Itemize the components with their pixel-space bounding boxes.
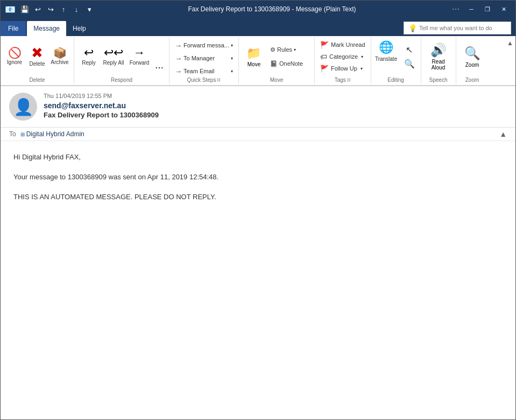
undo-button[interactable]: ↩ [32,3,44,15]
delete-label: Delete [30,61,45,67]
archive-button[interactable]: 📦 Archive [49,39,70,74]
mark-unread-button[interactable]: 🚩 Mark Unread [318,39,367,50]
forward-message-icon: → [175,41,182,50]
move-group-label: Move [270,77,283,83]
down-button[interactable]: ↓ [70,3,82,15]
ribbon-collapse-button[interactable]: ▲ [507,37,515,84]
to-recipient[interactable]: ⊞ Digital Hybrid Admin [20,130,84,138]
delete-button[interactable]: ✖ Delete [26,39,48,74]
save-button[interactable]: 💾 [19,3,31,15]
translate-label-row: Translate [374,55,398,62]
email-from[interactable]: send@faxserver.net.au [44,101,507,110]
to-row: To ⊞ Digital Hybrid Admin [9,130,84,138]
move-icon: 📁 [246,46,261,60]
tags-group-label: Tags [335,77,346,83]
minimize-button[interactable]: ─ [464,2,479,17]
rules-dropdown[interactable]: ▾ [294,47,296,52]
body-message: Your message to 1300368909 was sent on A… [13,172,503,183]
restore-button[interactable]: ❐ [480,2,495,17]
translate-button[interactable]: 🌐 Translate [374,39,398,62]
reply-button[interactable]: ↩ Reply [77,39,100,74]
respond-more-button[interactable]: ⋯ [153,61,166,74]
to-manager-button[interactable]: → To Manager ▾ [173,52,235,64]
reply-all-icon: ↩↩ [104,47,123,59]
reply-icon: ↩ [84,47,94,59]
more-button[interactable]: ▾ [83,3,95,15]
quick-access-toolbar: 💾 ↩ ↪ ↑ ↓ ▾ [19,3,95,15]
tab-message[interactable]: Message [27,21,66,36]
ignore-button[interactable]: 🚫 Ignore [4,39,25,74]
up-button[interactable]: ↑ [58,3,69,15]
follow-up-button[interactable]: 🚩 Follow Up ▾ [318,63,365,74]
follow-up-dropdown[interactable]: ▾ [361,66,363,71]
redo-button[interactable]: ↪ [45,3,56,15]
tags-inner: 🚩 Mark Unread 🏷 Categorize ▾ 🚩 Follow Up… [318,39,367,77]
read-aloud-label: Read Aloud [426,59,451,71]
title-bar: 📧 💾 ↩ ↪ ↑ ↓ ▾ Fax Delivery Report to 130… [1,1,515,18]
rules-button[interactable]: ⚙ Rules ▾ [268,44,311,55]
reply-all-button[interactable]: ↩↩ Reply All [101,39,126,74]
team-email-button[interactable]: → Team Email ▾ [173,65,235,77]
move-button[interactable]: 📁 Move [242,39,266,74]
ribbon-body: 🚫 Ignore ✖ Delete 📦 Archive Delete [1,36,515,86]
expand-group-icon[interactable]: ⊞ [20,131,25,137]
follow-up-label: Follow Up [331,65,357,72]
ignore-label: Ignore [7,59,22,66]
lightbulb-icon: 💡 [408,24,417,32]
team-email-icon: → [175,67,182,75]
ribbon-group-tags: 🚩 Mark Unread 🏷 Categorize ▾ 🚩 Follow Up… [315,37,371,84]
tab-help[interactable]: Help [66,21,93,36]
categorize-dropdown[interactable]: ▾ [361,54,363,59]
translate-label: Translate [375,56,397,62]
forward-message-button[interactable]: → Forward messa... ▾ [173,39,235,51]
delete-group-label: Delete [30,77,45,83]
window-buttons: ─ ❐ ✕ [464,2,511,17]
cursor-button[interactable]: ↖ [401,44,418,55]
ribbon-collapse-icon[interactable]: ⋯ [449,3,463,16]
quick-steps-label-row: Quick Steps ⊡ [187,77,221,83]
categorize-button[interactable]: 🏷 Categorize ▾ [318,51,365,62]
to-collapse-button[interactable]: ▲ [499,130,507,138]
respond-group-label: Respond [111,77,132,83]
tell-me-input[interactable]: 💡 Tell me what you want to do [404,22,511,34]
tags-expand[interactable]: ⊡ [347,78,351,82]
cursor-icon: ↖ [406,45,413,55]
zoom-icon: 🔍 [464,46,480,61]
move-label: Move [248,61,260,67]
mark-unread-label: Mark Unread [331,41,365,48]
team-email-dropdown[interactable]: ▾ [231,69,233,74]
ribbon-group-editing: 🌐 Translate ↖ 🔍 Editing [371,37,421,84]
email-date: Thu 11/04/2019 12:55 PM [44,93,507,99]
mark-unread-icon: 🚩 [320,41,329,49]
editing-label-row: Editing [387,77,404,83]
speech-group-label: Speech [429,77,448,83]
email-meta: Thu 11/04/2019 12:55 PM send@faxserver.n… [44,93,507,119]
to-manager-dropdown[interactable]: ▾ [231,56,233,61]
search-button[interactable]: 🔍 [401,58,418,69]
quick-steps-expand[interactable]: ⊡ [217,78,221,82]
forward-icon: → [133,47,145,59]
ribbon-group-delete: 🚫 Ignore ✖ Delete 📦 Archive Delete [1,37,74,84]
forward-message-label: Forward messa... [183,42,229,48]
read-aloud-button[interactable]: 🔊 Read Aloud [425,39,453,74]
close-button[interactable]: ✕ [496,2,511,17]
ribbon-group-respond: ↩ Reply ↩↩ Reply All → Forward ⋯ [74,37,169,84]
window-controls: ⋯ ─ ❐ ✕ [449,2,511,17]
delete-group-inner: 🚫 Ignore ✖ Delete 📦 Archive [4,39,70,77]
editing-group-label: Editing [387,77,404,83]
tags-label-row: Tags ⊡ [335,77,351,83]
move-group-label-row: Move [270,77,283,83]
quick-steps-inner: → Forward messa... ▾ → To Manager ▾ → Te… [173,39,235,77]
tab-file[interactable]: File [1,21,26,36]
onenote-button[interactable]: 📓 OneNote [268,58,311,69]
zoom-button[interactable]: 🔍 Zoom [460,39,485,74]
app-icon: 📧 [5,4,16,15]
delete-group-label-row: Delete [30,77,45,83]
forward-button[interactable]: → Forward [127,39,152,74]
forward-message-dropdown[interactable]: ▾ [231,43,233,48]
body-greeting: Hi Digital Hybrid FAX, [13,152,503,163]
to-label: To [9,130,16,138]
email-subject: Fax Delivery Report to 1300368909 [44,111,507,119]
categorize-icon: 🏷 [320,53,327,61]
categorize-label: Categorize [329,53,358,60]
